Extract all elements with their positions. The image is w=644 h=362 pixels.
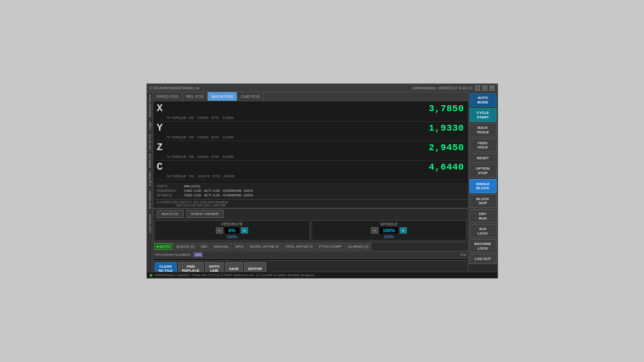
tab-cmd-pos[interactable]: CMD POS — [237, 92, 264, 101]
z-torque: % TORQUE — [167, 155, 186, 159]
feedrate-box: FEEDRATE − 0% + 100% — [155, 220, 310, 240]
mode-alarms-button[interactable]: ALARMS (0) — [346, 243, 371, 250]
sidebar-last-viewer[interactable]: Last Viewer — [147, 211, 153, 235]
axis-details-c: % TORQUE FE: -0,0173 DTG: 0,0000 — [157, 174, 464, 180]
clear-nc-file-button[interactable]: CLEARNC FILE — [155, 262, 177, 272]
feedrate-label: FEEDRATE — [157, 189, 184, 193]
reset-button[interactable]: RESET — [469, 153, 497, 163]
status-text: PROGRAM LOADED. Press the CYCLE START bu… — [155, 273, 316, 277]
spindle-percent-display: 100% — [379, 227, 398, 234]
mode-mdi-button[interactable]: MDI — [198, 243, 210, 250]
sidebar-multi-cs[interactable]: Multi-CS — [147, 152, 153, 170]
feedrate-percent-display: 0% — [224, 227, 240, 234]
feedrate-decrease-button[interactable]: − — [216, 227, 223, 234]
multi-cs-button[interactable]: MULTI-CS — [157, 210, 184, 218]
gcodes-val2: G90 G40 G49 G50 G50.1 G69 G98 — [176, 204, 226, 207]
z-fe-label: FE: — [189, 155, 195, 159]
bottom-action-buttons: MULTI-CS EVENT VIEWER — [153, 208, 468, 219]
spindle-label: SPINDLE — [157, 193, 184, 197]
axis-value-c: 4,6440 — [166, 162, 464, 172]
cnc-main-window: C:\DOMROMs\NCWork1.nc Administrator 19/0… — [146, 83, 498, 279]
event-viewer-button[interactable]: EVENT VIEWER — [186, 210, 224, 218]
spindle-increase-button[interactable]: + — [400, 227, 407, 234]
axis-details-z: % TORQUE FE: 0,0000 DTG: 0,0000 — [157, 154, 464, 161]
find-replace-button[interactable]: FINDREPLACE — [178, 262, 204, 272]
axis-row-z: Z 2,9450 — [157, 142, 464, 153]
goto-line-button[interactable]: GOTOLINE — [205, 262, 224, 272]
axis-label-x: X — [157, 103, 166, 114]
sidebar-go-to-cs[interactable]: Go To CS — [147, 132, 153, 152]
spindle-row: SPINDLE CMD: 0,00 ACT: 0,00 OVERRIDE: 10… — [157, 193, 464, 197]
z-dtg-label: DTG: — [211, 155, 220, 159]
c-dtg-label: DTG: — [212, 174, 221, 178]
gcodes-label: G-CODES — [157, 201, 173, 204]
minimize-button[interactable]: _ — [475, 85, 480, 91]
units-value: MM (G21) — [184, 184, 200, 188]
axis-value-y: 1,9330 — [166, 123, 464, 133]
sidebar-login[interactable]: Login — [147, 119, 153, 132]
mode-manual-button[interactable]: MANUAL — [211, 243, 231, 250]
save-button[interactable]: SAVE — [225, 262, 243, 272]
mode-buttons-row: ● AUTO QUEUE (0) MDI MANUAL MPG WORK OFF… — [153, 242, 468, 251]
feed-hold-button[interactable]: FEEDHOLD — [469, 138, 497, 152]
status-bar: PROGRAM LOADED. Press the CYCLE START bu… — [147, 272, 498, 278]
program-header: PROGRAM NUMBER: 329 Col — [153, 251, 468, 259]
dry-run-button[interactable]: DRYRUN — [469, 209, 497, 223]
feedrate-override: OVERRIDE: 100% — [223, 189, 253, 193]
single-block-button[interactable]: SINGLEBLOCK — [469, 179, 497, 193]
mode-auto-button[interactable]: ● AUTO — [154, 243, 173, 250]
info-rows: UNITS MM (G21) FEEDRATE CMD: 0,00 ACT: 0… — [153, 183, 468, 200]
right-panel: AUTOMODE CYCLESTART BACKTRACE FEEDHOLD R… — [468, 92, 498, 272]
back-trace-button[interactable]: BACKTRACE — [469, 123, 497, 137]
z-fe-val: 0,0000 — [197, 155, 208, 159]
c-fe-label: FE: — [189, 174, 195, 178]
y-dtg-val: 0,0000 — [223, 135, 234, 139]
option-stop-button[interactable]: OPTIONSTOP — [469, 164, 497, 178]
close-button[interactable]: ✕ — [489, 85, 495, 91]
gcodes-val1: G01 G64 G17 G21 (G54-G59 Disabled) — [172, 201, 228, 204]
tab-rel-pos[interactable]: REL POS — [183, 92, 208, 101]
axis-row-x: X 3,7850 — [157, 103, 464, 114]
mode-tool-offsets-button[interactable]: TOOL OFFSETS — [283, 243, 315, 250]
program-number-label: PROGRAM NUMBER: — [155, 253, 191, 257]
sidebar-jog-filter[interactable]: Jog Filter — [147, 169, 153, 188]
spindle-cmd: CMD: 0,00 — [184, 193, 201, 197]
cycle-start-button[interactable]: CYCLESTART — [469, 108, 497, 122]
maximize-button[interactable]: □ — [482, 85, 488, 91]
log-out-button[interactable]: LOG OUT — [469, 254, 497, 264]
mode-queue-button[interactable]: QUEUE (0) — [173, 243, 197, 250]
gcodes-row: G-CODES G01 G64 G17 G21 (G54-G59 Disable… — [153, 200, 468, 208]
window-title: C:\DOMROMs\NCWork1.nc — [150, 86, 200, 90]
sidebar-machine-view[interactable]: Machine View — [147, 92, 153, 119]
feedrate-act: ACT: 0,00 — [204, 189, 220, 193]
spindle-title: SPINDLE — [314, 222, 464, 226]
z-dtg-val: 0,0000 — [223, 155, 234, 159]
main-content: Machine View Login Go To CS Multi-CS Jog… — [147, 92, 498, 272]
axis-label-c: C — [157, 161, 166, 173]
aux-lock-button[interactable]: AUXLOCK — [469, 224, 497, 238]
spindle-act: ACT: 0,00 — [204, 193, 220, 197]
tab-mach-pos[interactable]: MACH POS — [208, 92, 237, 101]
block-skip-button[interactable]: BLOCKSKIP — [469, 194, 497, 208]
sidebar-tool-viewer[interactable]: Tool Viewer — [147, 188, 153, 211]
center-area: PROG POS REL POS MACH POS CMD POS X 3,78… — [153, 92, 468, 272]
axis-details-y: % TORQUE FE: 0,0003 DTG: 0,0000 — [157, 135, 464, 141]
left-sidebar: Machine View Login Go To CS Multi-CS Jog… — [147, 92, 153, 272]
machine-lock-button[interactable]: MACHINELOCK — [469, 239, 497, 253]
spindle-override: OVERRIDE: 100% — [223, 193, 253, 197]
auto-mode-button[interactable]: AUTOMODE — [469, 93, 497, 107]
mode-pitch-comp-button[interactable]: PITCH COMP — [316, 243, 344, 250]
mode-mpg-button[interactable]: MPG — [233, 243, 246, 250]
feedrate-increase-button[interactable]: + — [241, 227, 248, 234]
axis-value-z: 2,9450 — [166, 142, 464, 153]
title-bar: C:\DOMROMs\NCWork1.nc Administrator 19/0… — [147, 84, 498, 92]
tab-prog-pos[interactable]: PROG POS — [153, 92, 183, 101]
position-tabs: PROG POS REL POS MACH POS CMD POS — [153, 92, 468, 101]
feedrate-title: FEEDRATE — [157, 222, 307, 226]
col-indicator: Col — [460, 253, 466, 257]
editor-button[interactable]: EDITOR — [244, 262, 266, 272]
spindle-decrease-button[interactable]: − — [371, 227, 378, 234]
feedrate-cmd: CMD: 0,00 — [184, 189, 201, 193]
mode-work-offsets-button[interactable]: WORK OFFSETS — [247, 243, 282, 250]
c-torque: % TORQUE — [167, 174, 186, 178]
